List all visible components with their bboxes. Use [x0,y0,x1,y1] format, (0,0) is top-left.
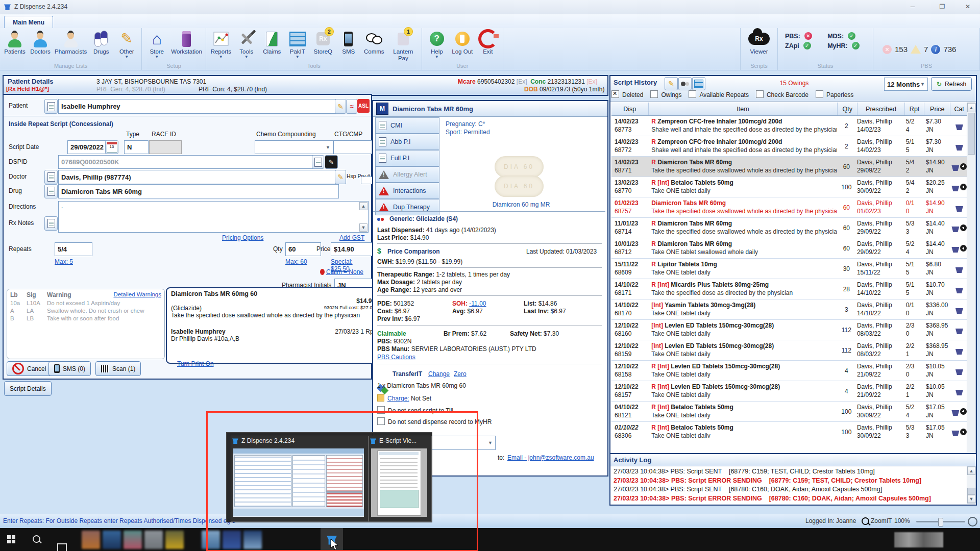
type-input[interactable]: N [124,140,149,154]
table-row[interactable]: 12/10/2268160 [Int] Levlen ED Tablets 15… [611,320,968,340]
doctors-button[interactable]: Doctors [28,29,53,56]
interactions-button[interactable]: Interactions [375,183,439,199]
dspid-input[interactable]: 07689Q00020500K [58,155,316,169]
add-gst-link[interactable]: Add GST [339,234,364,241]
calendar-button[interactable]: 15 [105,140,118,154]
table-row[interactable]: 12/10/2268158 R [Int] Levlen ED Tablets … [611,361,968,381]
claim-status[interactable]: Claim = None [320,268,363,276]
minimize-button[interactable]: ─ [902,1,923,12]
drug-input[interactable]: Diamicron Tabs MR 60mg [58,184,339,198]
notes-icon-button[interactable]: ✎ [665,77,678,90]
taskbar-app-icon[interactable] [202,531,220,549]
turn-print-on-link[interactable]: Turn Print On [177,360,214,367]
script-details-button[interactable]: Script Details [4,381,52,396]
col-price[interactable]: Price [924,103,950,115]
directions-textarea[interactable]: . ▲ ▼ [58,201,369,233]
filter-checkbox[interactable]: Check Barcode [756,90,808,98]
tab-main-menu[interactable]: Main Menu [4,16,53,29]
task-view-button[interactable] [57,543,67,551]
qty-max-link[interactable]: Max: 60 [285,258,307,265]
activity-vscrollbar[interactable]: ▲ ▼ [967,466,976,504]
sms-button[interactable]: SMS [336,29,361,56]
store-button[interactable]: ⌂Store▼ [144,29,169,60]
basket-icon[interactable] [955,206,963,212]
monograph-icon[interactable]: M [376,103,388,115]
basket-icon[interactable] [951,431,959,436]
table-row[interactable]: 12/10/2268157 R [Int] Levlen ED Tablets … [611,381,968,402]
patient-input[interactable]: Isabelle Humphrey [58,99,339,114]
close-button[interactable]: ✕ [958,1,978,12]
till-checkbox[interactable]: Do not send script to Till [377,406,453,414]
taskbar-app-icon[interactable] [103,531,121,549]
col-item[interactable]: Item [649,103,838,115]
full-pi-button[interactable]: Full P.I [375,150,439,166]
pbs-warning-count[interactable]: 7 [924,45,928,54]
detailed-warnings-link[interactable]: Detailed Warnings [113,291,161,298]
storeq-button[interactable]: Rx2StoreQ [310,29,336,56]
dspid-document-button[interactable] [312,155,324,169]
taskbar-app-icon[interactable] [223,531,241,549]
ctg-cmp-input[interactable] [333,140,372,154]
history-vscrollbar[interactable]: ▲ ▼ [967,103,976,492]
comms-button[interactable]: Comms [361,29,387,56]
filter-checkbox[interactable]: Available Repeats [689,90,749,98]
table-row[interactable]: 14/02/2368773 R Zempreon CFC-free Inhale… [611,116,968,136]
transferit-change-link[interactable]: Change [428,370,450,378]
script-date-input[interactable]: 29/09/2022 [67,140,110,154]
repeats-input[interactable]: 5/4 [55,242,92,256]
maximize-button[interactable]: ❐ [932,1,952,12]
table-row[interactable]: 12/10/2268159 [Int] Levlen ED Tablets 15… [611,340,968,361]
asl-badge-button[interactable]: ASL [357,99,370,113]
log-out-button[interactable]: Log Out [450,29,475,56]
period-select[interactable]: 12 Months▼ [884,78,928,91]
table-row[interactable]: 15/11/2268609 R Lipitor Tablets 10mgTake… [611,259,968,279]
transferit-zero-link[interactable]: Zero [454,370,467,378]
taskbar-app-icon[interactable] [144,531,163,549]
grid-icon-button[interactable] [692,77,705,90]
basket-icon[interactable] [955,349,963,355]
taskbar-app-icon[interactable] [124,531,142,549]
filter-checkbox[interactable]: Owings [650,90,681,98]
basket-icon[interactable] [951,227,959,232]
basket-icon[interactable] [951,410,959,416]
chemo-compounding-select[interactable]: ▼ [255,140,333,154]
taskbar-app-icon[interactable] [165,531,184,549]
tools-button[interactable]: Tools▼ [234,29,259,60]
table-row[interactable]: 11/01/2368714 R Diamicron Tabs MR 60mgTa… [611,218,968,238]
pricing-options-link[interactable]: Pricing Options [222,234,263,241]
basket-icon[interactable] [955,124,963,130]
cancel-button[interactable]: Cancel [7,361,52,376]
repeats-max-link[interactable]: Max: 5 [55,258,73,265]
help-button[interactable]: ?Help▼ [424,29,450,60]
reports-button[interactable]: Reports▼ [208,29,234,60]
price-input[interactable]: $14.90 [331,242,373,256]
filter-checkbox[interactable]: Paperless [816,90,853,98]
scroll-up-icon[interactable]: ▲ [967,467,975,475]
taskbar-search-icon[interactable] [33,535,41,543]
drugs-button[interactable]: Drugs [88,29,114,56]
email-link[interactable]: Email - john@zsoftware.com.au [507,454,594,461]
doctor-lookup-button[interactable] [44,170,58,184]
col-cat[interactable]: Cat [950,103,968,115]
zoom-reset-icon[interactable] [968,517,977,527]
scroll-down-icon[interactable]: ▼ [967,495,975,503]
basket-icon[interactable] [955,390,963,395]
scroll-down-icon[interactable]: ▼ [359,223,368,232]
table-row[interactable]: 14/10/2268171 R [Int] Micardis Plus Tabl… [611,279,968,299]
pills-icon-button[interactable] [678,77,692,90]
basket-icon[interactable] [955,267,963,273]
qty-input[interactable]: 60 [285,242,321,256]
abb-pi-button[interactable]: Abb P.I [375,134,439,150]
col-qty[interactable]: Qty [838,103,857,115]
sms-button-bottom[interactable]: SMS (0) [48,361,91,376]
refresh-button[interactable]: ↻Refresh [931,77,972,91]
patient-lookup-button[interactable] [44,99,58,114]
patients-button[interactable]: Patients [2,29,28,56]
basket-icon[interactable] [955,145,963,151]
claims-button[interactable]: Claims [259,29,285,56]
viewer-button[interactable]: RxViewer [743,29,775,56]
taskbar-app-icon[interactable] [243,531,262,549]
exit-button[interactable]: Exit [475,29,501,56]
pakit-button[interactable]: PakIT▼ [285,29,310,60]
table-row[interactable]: 01/10/2268306 R [Int] Betaloc Tablets 50… [611,422,968,438]
